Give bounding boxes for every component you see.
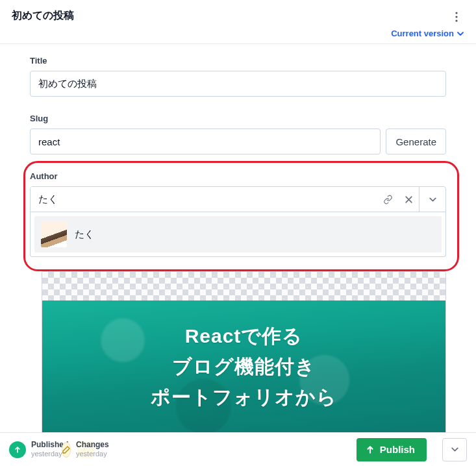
- version-selector[interactable]: Current version: [391, 29, 464, 38]
- hero-image-field: Reactで作る ブログ機能付き ポートフォリオから: [30, 271, 446, 434]
- author-ref-actions: [377, 187, 445, 212]
- svg-point-0: [455, 12, 457, 14]
- expand-button[interactable]: [420, 186, 445, 212]
- version-label: Current version: [391, 29, 454, 38]
- publish-button[interactable]: Publish: [357, 438, 427, 461]
- hero-image: Reactで作る ブログ機能付き ポートフォリオから: [42, 300, 445, 433]
- publish-label: Publish: [380, 444, 415, 455]
- link-icon: [383, 195, 393, 204]
- more-vertical-icon: [455, 12, 458, 22]
- pencil-icon: [62, 446, 70, 454]
- changes-icon-badge: [62, 442, 71, 458]
- author-dropdown: たく: [30, 212, 446, 257]
- more-menu-button[interactable]: [449, 9, 464, 25]
- title-field: Title: [30, 56, 446, 97]
- author-field: Author たく: [30, 171, 446, 257]
- published-icon-badge: [9, 441, 26, 458]
- publish-options-button[interactable]: [442, 438, 467, 461]
- svg-point-2: [455, 19, 457, 21]
- chevron-down-icon: [451, 445, 459, 454]
- slug-input[interactable]: [30, 129, 381, 154]
- hero-line-2: ブログ機能付き: [172, 354, 316, 380]
- author-option-name: たく: [75, 228, 94, 241]
- page-title: 初めての投稿: [12, 9, 74, 23]
- author-search-input[interactable]: [31, 187, 377, 212]
- page-header: 初めての投稿 Current version: [0, 0, 476, 44]
- slug-field: Slug Generate: [30, 114, 446, 154]
- close-icon: [405, 195, 413, 204]
- footer-bar: Published yesterday Changes yesterday Pu…: [0, 432, 476, 466]
- changes-status[interactable]: Changes yesterday: [77, 441, 94, 458]
- generate-slug-button[interactable]: Generate: [386, 129, 446, 154]
- chevron-down-icon: [429, 195, 437, 204]
- hero-image-frame[interactable]: Reactで作る ブログ機能付き ポートフォリオから: [42, 271, 446, 434]
- author-label: Author: [30, 171, 446, 181]
- arrow-up-icon: [366, 445, 375, 454]
- author-reference-row: [30, 186, 446, 212]
- author-option[interactable]: たく: [34, 216, 442, 252]
- hero-image-text: Reactで作る ブログ機能付き ポートフォリオから: [42, 300, 445, 433]
- chevron-down-icon: [457, 30, 464, 38]
- clear-button[interactable]: [398, 186, 419, 212]
- title-label: Title: [30, 56, 446, 66]
- changes-title: Changes: [76, 441, 109, 450]
- published-status[interactable]: Published yesterday: [9, 441, 68, 458]
- header-actions: Current version: [391, 9, 464, 38]
- avatar: [41, 221, 67, 247]
- link-button[interactable]: [377, 186, 398, 212]
- slug-label: Slug: [30, 114, 446, 123]
- arrow-up-icon: [14, 446, 21, 454]
- hero-line-1: Reactで作る: [185, 323, 303, 350]
- transparency-checker: [42, 272, 445, 300]
- form-body: Title Slug Generate Author: [0, 44, 476, 434]
- hero-line-3: ポートフォリオから: [151, 384, 337, 411]
- title-input[interactable]: [30, 71, 446, 97]
- svg-point-1: [455, 16, 457, 18]
- changes-sub: yesterday: [76, 450, 109, 458]
